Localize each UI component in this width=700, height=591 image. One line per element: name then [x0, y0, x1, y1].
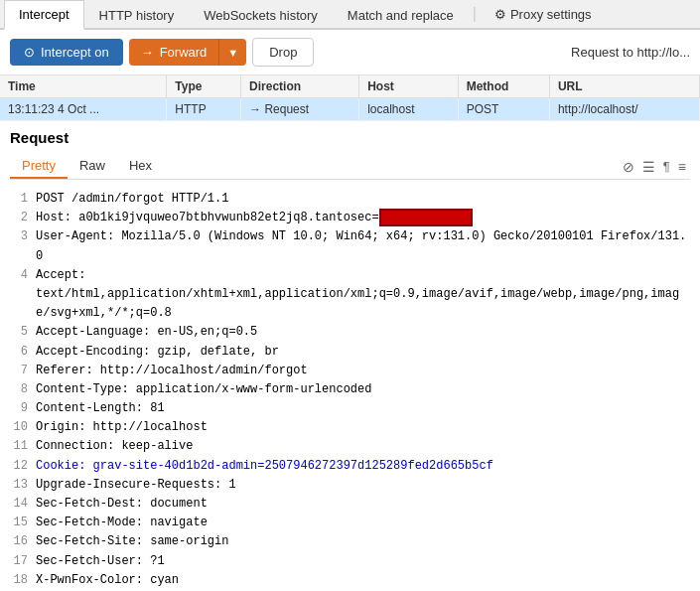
code-line-4: 4Accept: text/html,application/xhtml+xml… [10, 266, 690, 324]
line-content: User-Agent: Mozilla/5.0 (Windows NT 10.0… [36, 227, 690, 265]
line-content: Cookie: grav-site-40d1b2d-admin=25079462… [36, 457, 690, 476]
cell-host: localhost [359, 98, 459, 121]
search-icon[interactable]: ¶ [663, 159, 670, 174]
code-line-10: 10Origin: http://localhost [10, 418, 690, 437]
line-number: 15 [10, 514, 28, 532]
code-line-2: 2Host: a0b1ki9jvquweo7btbhvwunb82et2jq8.… [10, 209, 690, 227]
cell-time: 13:11:23 4 Oct ... [0, 98, 167, 121]
code-line-18: 18X-PwnFox-Color: cyan [10, 571, 690, 590]
line-number: 10 [10, 418, 28, 437]
line-number: 1 [10, 190, 28, 209]
line-content: Accept: text/html,application/xhtml+xml,… [36, 266, 690, 324]
line-number: 7 [10, 362, 28, 380]
sub-tab-raw[interactable]: Raw [68, 154, 117, 179]
code-line-6: 6Accept-Encoding: gzip, deflate, br [10, 343, 690, 362]
sub-tab-hex[interactable]: Hex [117, 154, 164, 179]
request-to-label: Request to http://lo... [571, 45, 690, 60]
toolbar: ⊙ Intercept on → Forward ▼ Drop Request … [0, 30, 700, 75]
request-table: Time Type Direction Host Method URL 13:1… [0, 75, 700, 121]
line-number: 16 [10, 532, 28, 551]
line-number: 4 [10, 266, 28, 324]
request-title: Request [10, 129, 690, 146]
line-content: Sec-Fetch-Dest: document [36, 495, 690, 514]
request-panel: Request Pretty Raw Hex ⊘ ☰ ¶ ≡ 1POST /ad… [0, 121, 700, 591]
line-number: 5 [10, 323, 28, 342]
gear-icon: ⚙ [494, 7, 506, 22]
line-content: Connection: keep-alive [36, 437, 690, 456]
intercept-icon: ⊙ [24, 45, 35, 60]
line-content: X-PwnFox-Color: cyan [36, 571, 690, 590]
line-number: 8 [10, 380, 28, 399]
code-line-13: 13Upgrade-Insecure-Requests: 1 [10, 476, 690, 495]
cell-url: http://localhost/ [549, 98, 699, 121]
cell-type: HTTP [167, 98, 241, 121]
line-number: 11 [10, 437, 28, 456]
code-line-9: 9Content-Length: 81 [10, 399, 690, 418]
tab-websockets-history[interactable]: WebSockets history [189, 1, 333, 29]
main-tabs: Intercept HTTP history WebSockets histor… [0, 0, 700, 30]
drop-button[interactable]: Drop [252, 38, 314, 67]
line-number: 9 [10, 399, 28, 418]
line-content: POST /admin/forgot HTTP/1.1 [36, 190, 690, 209]
arrow-right-icon: → [141, 45, 154, 60]
code-area: 1POST /admin/forgot HTTP/1.12Host: a0b1k… [10, 186, 690, 591]
tab-http-history[interactable]: HTTP history [84, 1, 190, 29]
line-number: 17 [10, 552, 28, 571]
line-number: 6 [10, 343, 28, 362]
tab-intercept[interactable]: Intercept [4, 0, 84, 30]
tab-match-replace[interactable]: Match and replace [333, 1, 469, 29]
line-number: 12 [10, 457, 28, 476]
forward-button[interactable]: → Forward [129, 39, 219, 66]
cell-direction: → Request [241, 98, 359, 121]
table-row[interactable]: 13:11:23 4 Oct ...HTTP→ Requestlocalhost… [0, 98, 700, 121]
table-header-row: Time Type Direction Host Method URL [0, 75, 700, 98]
forward-dropdown-button[interactable]: ▼ [218, 39, 246, 66]
line-number: 13 [10, 476, 28, 495]
code-line-7: 7Referer: http://localhost/admin/forgot [10, 362, 690, 380]
col-url: URL [549, 75, 699, 98]
line-content: Upgrade-Insecure-Requests: 1 [36, 476, 690, 495]
line-content: Referer: http://localhost/admin/forgot [36, 362, 690, 380]
line-content: Sec-Fetch-User: ?1 [36, 552, 690, 571]
code-line-12: 12Cookie: grav-site-40d1b2d-admin=250794… [10, 457, 690, 476]
code-line-16: 16Sec-Fetch-Site: same-origin [10, 532, 690, 551]
sub-tabs: Pretty Raw Hex ⊘ ☰ ¶ ≡ [10, 154, 690, 180]
forward-button-group: → Forward ▼ [129, 39, 247, 66]
code-line-15: 15Sec-Fetch-Mode: navigate [10, 514, 690, 532]
code-line-17: 17Sec-Fetch-User: ?1 [10, 552, 690, 571]
line-number: 3 [10, 227, 28, 265]
code-line-11: 11Connection: keep-alive [10, 437, 690, 456]
tab-divider: | [473, 5, 477, 23]
sub-tab-pretty[interactable]: Pretty [10, 154, 68, 179]
col-host: Host [359, 75, 459, 98]
code-line-1: 1POST /admin/forgot HTTP/1.1 [10, 190, 690, 209]
code-line-3: 3User-Agent: Mozilla/5.0 (Windows NT 10.… [10, 227, 690, 265]
code-line-8: 8Content-Type: application/x-www-form-ur… [10, 380, 690, 399]
col-method: Method [458, 75, 549, 98]
line-content: Content-Length: 81 [36, 399, 690, 418]
col-direction: Direction [241, 75, 359, 98]
no-wrap-icon[interactable]: ⊘ [623, 159, 634, 175]
line-content: Content-Type: application/x-www-form-url… [36, 380, 690, 399]
menu-icon[interactable]: ≡ [678, 159, 686, 175]
line-content: Origin: http://localhost [36, 418, 690, 437]
line-number: 14 [10, 495, 28, 514]
line-content: Host: a0b1ki9jvquweo7btbhvwunb82et2jq8.t… [36, 209, 690, 227]
line-content: Sec-Fetch-Site: same-origin [36, 532, 690, 551]
format-icon[interactable]: ☰ [642, 159, 655, 175]
request-table-container: Time Type Direction Host Method URL 13:1… [0, 75, 700, 121]
line-number: 18 [10, 571, 28, 590]
tab-proxy-settings[interactable]: ⚙ Proxy settings [481, 1, 606, 28]
line-content: Sec-Fetch-Mode: navigate [36, 514, 690, 532]
sub-tab-icons: ⊘ ☰ ¶ ≡ [623, 159, 690, 175]
line-content: Accept-Encoding: gzip, deflate, br [36, 343, 690, 362]
col-type: Type [167, 75, 241, 98]
line-number: 2 [10, 209, 28, 227]
line-content: Accept-Language: en-US,en;q=0.5 [36, 323, 690, 342]
intercept-on-button[interactable]: ⊙ Intercept on [10, 39, 123, 66]
code-line-5: 5Accept-Language: en-US,en;q=0.5 [10, 323, 690, 342]
code-line-14: 14Sec-Fetch-Dest: document [10, 495, 690, 514]
col-time: Time [0, 75, 167, 98]
cell-method: POST [458, 98, 549, 121]
